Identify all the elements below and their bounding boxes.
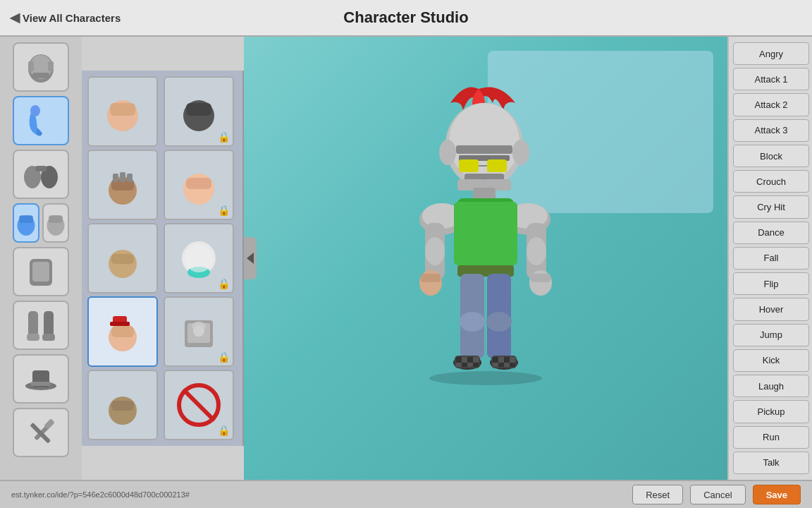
- category-hands-left[interactable]: [13, 203, 39, 243]
- anim-attack1-button[interactable]: Attack 1: [733, 68, 809, 90]
- svg-rect-37: [111, 254, 134, 264]
- svg-rect-100: [510, 357, 515, 363]
- part-item[interactable]: 🔒: [164, 150, 234, 220]
- anim-attack2-button[interactable]: Attack 2: [733, 93, 809, 116]
- svg-rect-2: [32, 73, 49, 78]
- cube-grey-icon: [173, 306, 224, 357]
- part-item-selected[interactable]: [87, 296, 158, 367]
- anim-pickup-button[interactable]: Pickup: [733, 400, 809, 423]
- category-weapon[interactable]: [13, 408, 69, 457]
- svg-rect-50: [111, 401, 134, 411]
- svg-rect-32: [120, 172, 125, 182]
- svg-point-84: [486, 312, 512, 332]
- svg-rect-71: [454, 202, 517, 265]
- svg-point-63: [439, 140, 456, 165]
- no-hand-icon: [173, 380, 224, 430]
- category-legs[interactable]: [13, 301, 69, 350]
- anim-kick-button[interactable]: Kick: [733, 349, 809, 372]
- anim-attack3-button[interactable]: Attack 3: [733, 119, 809, 142]
- hand-skin-icon: [97, 86, 148, 137]
- part-item[interactable]: [87, 76, 158, 147]
- svg-rect-79: [531, 274, 550, 282]
- svg-line-52: [183, 389, 214, 421]
- hand-tan2-icon: [97, 380, 148, 430]
- legs-icon: [21, 306, 61, 345]
- category-torso[interactable]: [13, 150, 69, 199]
- anim-block-button[interactable]: Block: [733, 145, 809, 167]
- svg-rect-55: [456, 145, 512, 154]
- svg-rect-33: [127, 174, 133, 182]
- part-item[interactable]: 🔒: [164, 76, 234, 147]
- lock-icon: 🔒: [218, 205, 230, 216]
- character-display: [373, 54, 598, 463]
- part-item[interactable]: [87, 150, 158, 220]
- anim-crouch-button[interactable]: Crouch: [733, 170, 809, 193]
- part-picker-panel: 🔒 🔒: [82, 71, 244, 446]
- arm-icon: [21, 101, 61, 140]
- svg-point-73: [425, 237, 445, 265]
- svg-rect-44: [110, 322, 130, 326]
- category-hands-right[interactable]: [42, 203, 69, 243]
- anim-fall-button[interactable]: Fall: [733, 247, 809, 270]
- lock-icon: 🔒: [218, 425, 230, 436]
- glove-brown-icon: [97, 159, 148, 210]
- svg-rect-89: [467, 357, 473, 363]
- svg-rect-93: [467, 363, 473, 367]
- hand-right-icon: [44, 203, 68, 243]
- svg-rect-16: [44, 311, 54, 337]
- category-body[interactable]: [13, 247, 69, 296]
- back-button[interactable]: ◀ View All Characters: [10, 10, 121, 25]
- lock-icon: 🔒: [218, 278, 230, 289]
- part-item[interactable]: 🔒: [164, 370, 234, 440]
- header: ◀ View All Characters Character Studio: [0, 0, 812, 37]
- back-label: View All Characters: [23, 12, 121, 24]
- hand-tan-icon: [97, 233, 148, 284]
- part-item[interactable]: [87, 370, 158, 440]
- hand-peach-icon: [173, 159, 224, 210]
- category-arm[interactable]: [13, 96, 69, 145]
- svg-point-40: [185, 244, 213, 272]
- svg-rect-15: [28, 311, 38, 337]
- svg-rect-91: [456, 363, 462, 367]
- svg-rect-101: [493, 363, 498, 367]
- torso-icon: [21, 155, 61, 194]
- save-button[interactable]: Save: [753, 485, 801, 504]
- svg-rect-8: [35, 166, 47, 171]
- svg-rect-42: [111, 326, 134, 337]
- anim-run-button[interactable]: Run: [733, 426, 809, 449]
- anim-jump-button[interactable]: Jump: [733, 324, 809, 346]
- anim-angry-button[interactable]: Angry: [733, 42, 809, 65]
- part-item[interactable]: 🔒: [164, 296, 234, 367]
- lock-icon: 🔒: [218, 351, 230, 363]
- footer: est.tynker.co/ide/?p=546e2c6000d48d700c0…: [0, 480, 812, 508]
- collapse-panel-button[interactable]: [244, 237, 257, 279]
- page-title: Character Studio: [343, 8, 468, 27]
- svg-rect-12: [49, 215, 63, 223]
- svg-point-75: [527, 237, 546, 265]
- anim-hover-button[interactable]: Hover: [733, 298, 809, 320]
- hand-dark-icon: [173, 86, 224, 137]
- cancel-button[interactable]: Cancel: [690, 485, 745, 504]
- svg-rect-102: [498, 363, 504, 367]
- ball-teal-icon: [173, 233, 224, 284]
- anim-talk-button[interactable]: Talk: [733, 452, 809, 474]
- svg-rect-35: [186, 178, 211, 189]
- anim-flip-button[interactable]: Flip: [733, 272, 809, 295]
- svg-rect-4: [48, 61, 54, 71]
- category-head[interactable]: [13, 42, 69, 92]
- svg-rect-21: [31, 382, 51, 386]
- svg-rect-94: [473, 363, 479, 367]
- part-item[interactable]: [87, 223, 158, 294]
- svg-rect-3: [28, 61, 34, 71]
- svg-rect-17: [27, 334, 39, 341]
- svg-rect-103: [504, 363, 510, 367]
- reset-button[interactable]: Reset: [632, 485, 683, 504]
- category-hat[interactable]: [13, 354, 69, 404]
- svg-point-64: [512, 140, 529, 165]
- animation-panel: Angry Attack 1 Attack 2 Attack 3 Block C…: [727, 37, 812, 480]
- anim-cryhit-button[interactable]: Cry Hit: [733, 195, 809, 218]
- part-item[interactable]: 🔒: [164, 223, 234, 294]
- anim-dance-button[interactable]: Dance: [733, 222, 809, 244]
- svg-rect-77: [421, 274, 441, 282]
- anim-laugh-button[interactable]: Laugh: [733, 375, 809, 397]
